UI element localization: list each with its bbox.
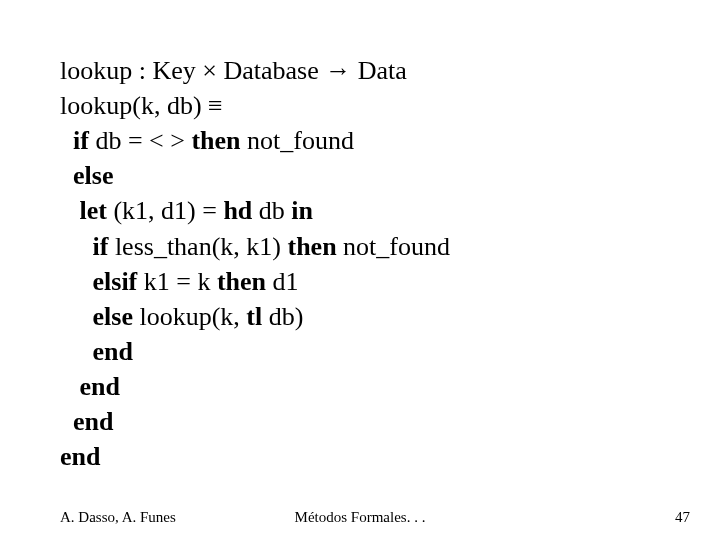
- text: (k1, d1) =: [107, 196, 223, 225]
- text: k1 = k: [137, 267, 217, 296]
- text: Database: [217, 56, 325, 85]
- text: not_found: [241, 126, 354, 155]
- kw-end: end: [80, 372, 120, 401]
- kw-if: if: [73, 126, 89, 155]
- footer-page-number: 47: [675, 509, 690, 526]
- text: not_found: [337, 232, 450, 261]
- equiv-symbol: ≡: [208, 91, 223, 120]
- text: db: [252, 196, 291, 225]
- text: Data: [351, 56, 407, 85]
- line-3: if db = < > then not_found: [60, 126, 354, 155]
- kw-end: end: [60, 442, 100, 471]
- kw-in: in: [291, 196, 313, 225]
- text: d1: [266, 267, 299, 296]
- line-6: if less_than(k, k1) then not_found: [60, 232, 450, 261]
- line-9: end: [60, 337, 133, 366]
- times-symbol: ×: [202, 56, 217, 85]
- line-2: lookup(k, db) ≡: [60, 91, 223, 120]
- footer-title: Métodos Formales. . .: [0, 509, 720, 526]
- line-12: end: [60, 442, 100, 471]
- slide: lookup : Key × Database → Data lookup(k,…: [0, 0, 720, 540]
- kw-if: if: [93, 232, 109, 261]
- line-1: lookup : Key × Database → Data: [60, 56, 407, 85]
- kw-tl: tl: [246, 302, 262, 331]
- text: lookup(k,: [133, 302, 246, 331]
- text: lookup(k, db): [60, 91, 208, 120]
- text: db): [262, 302, 303, 331]
- kw-then: then: [191, 126, 240, 155]
- line-5: let (k1, d1) = hd db in: [60, 196, 313, 225]
- kw-end: end: [93, 337, 133, 366]
- kw-elsif: elsif: [93, 267, 138, 296]
- line-10: end: [60, 372, 120, 401]
- kw-else: else: [93, 302, 133, 331]
- kw-let: let: [80, 196, 107, 225]
- kw-end: end: [73, 407, 113, 436]
- line-4: else: [60, 161, 113, 190]
- text: db = < >: [89, 126, 192, 155]
- kw-then: then: [287, 232, 336, 261]
- arrow-symbol: →: [325, 56, 351, 85]
- line-7: elsif k1 = k then d1: [60, 267, 299, 296]
- kw-else: else: [73, 161, 113, 190]
- text: lookup : Key: [60, 56, 202, 85]
- code-block: lookup : Key × Database → Data lookup(k,…: [60, 18, 450, 474]
- line-8: else lookup(k, tl db): [60, 302, 303, 331]
- text: less_than(k, k1): [108, 232, 287, 261]
- kw-hd: hd: [223, 196, 252, 225]
- line-11: end: [60, 407, 113, 436]
- kw-then: then: [217, 267, 266, 296]
